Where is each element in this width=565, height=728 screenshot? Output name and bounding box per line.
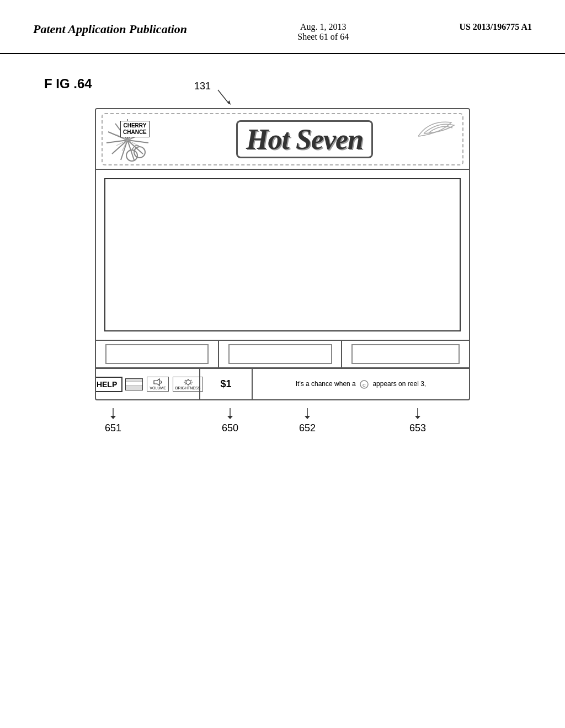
info-segment-650: $1 — [200, 369, 253, 399]
info-text: It's a chance when a C appears on reel 3… — [253, 379, 469, 389]
patent-header: Patent Application Publication Aug. 1, 2… — [0, 0, 565, 54]
svg-line-0 — [218, 90, 229, 104]
ref-653-arrow — [409, 408, 426, 420]
help-button[interactable]: HELP — [95, 377, 122, 392]
controls-left: HELP — [95, 374, 207, 394]
svg-marker-36 — [227, 416, 233, 419]
diagram-container: 131 — [44, 108, 521, 441]
slot-machine: CHERRY CHANCE Hot Seven — [95, 108, 470, 400]
banner: CHERRY CHANCE Hot Seven — [96, 109, 469, 170]
brightness-icon — [183, 378, 193, 386]
svg-line-27 — [185, 380, 186, 381]
ref-652-arrow — [299, 408, 316, 420]
ref-653-container: 653 — [409, 408, 426, 434]
reels-inner — [104, 178, 461, 331]
controls-row — [96, 341, 469, 368]
flag-icon — [125, 378, 143, 390]
figure-label: F IG .64 — [44, 76, 521, 92]
svg-marker-21 — [154, 379, 159, 386]
ctrl-inner-1 — [105, 344, 209, 364]
patent-number: US 2013/196775 A1 — [459, 22, 532, 32]
banner-inner: CHERRY CHANCE Hot Seven — [102, 113, 463, 165]
ref-650-container: 650 — [222, 408, 238, 434]
ref-650-label: 650 — [222, 422, 238, 434]
ref-652-container: 652 — [299, 408, 316, 434]
svg-line-30 — [185, 384, 186, 385]
svg-line-29 — [190, 380, 191, 381]
ctrl-box-1 — [96, 341, 219, 367]
cherry-chance-badge: CHERRY CHANCE — [120, 121, 150, 137]
svg-point-22 — [186, 380, 190, 384]
svg-marker-1 — [227, 100, 231, 105]
ref-651-container: 651 — [105, 408, 121, 434]
leaf-decoration — [413, 117, 457, 139]
diagram-wrapper: 131 — [95, 108, 470, 441]
ctrl-inner-3 — [351, 344, 459, 364]
ref-131-arrow — [215, 87, 237, 109]
patent-date: Aug. 1, 2013 — [300, 22, 347, 31]
svg-marker-34 — [110, 416, 116, 419]
info-segment-text: It's a chance when a C appears on reel 3… — [253, 369, 469, 399]
ref-651-label: 651 — [105, 422, 121, 434]
ref-653-label: 653 — [409, 422, 426, 434]
brightness-button[interactable]: BRIGHTNESS — [173, 377, 204, 392]
ref-652-label: 652 — [299, 422, 316, 434]
dollar-display: $1 — [215, 378, 237, 390]
cherry-text: CHERRY — [123, 122, 147, 129]
volume-icon — [153, 378, 163, 386]
info-segment-651: HELP — [96, 369, 200, 399]
patent-title: Patent Application Publication — [33, 22, 187, 36]
volume-button[interactable]: VOLUME — [147, 377, 169, 392]
ref-651-arrow — [105, 408, 121, 420]
svg-marker-38 — [305, 416, 310, 419]
svg-marker-40 — [415, 416, 420, 419]
brightness-label: BRIGHTNESS — [175, 386, 201, 390]
patent-sheet: Sheet 61 of 64 — [297, 32, 349, 41]
patent-meta: Aug. 1, 2013 Sheet 61 of 64 — [297, 22, 349, 42]
ref-131-label: 131 — [194, 81, 211, 92]
ctrl-inner-2 — [228, 344, 332, 364]
svg-text:C: C — [363, 383, 366, 388]
chance-symbol-icon: C — [358, 379, 371, 389]
ctrl-box-3 — [342, 341, 469, 367]
volume-label: VOLUME — [150, 386, 166, 390]
hot-seven-title: Hot Seven — [236, 120, 373, 158]
ctrl-box-2 — [219, 341, 342, 367]
main-content: F IG .64 131 — [0, 54, 565, 463]
reels-area — [96, 170, 469, 341]
svg-line-28 — [190, 384, 191, 385]
info-bar: HELP — [96, 368, 469, 399]
chance-text: CHANCE — [123, 129, 147, 136]
ref-650-arrow — [222, 408, 238, 420]
reference-labels-row: 651 650 652 — [95, 408, 470, 441]
